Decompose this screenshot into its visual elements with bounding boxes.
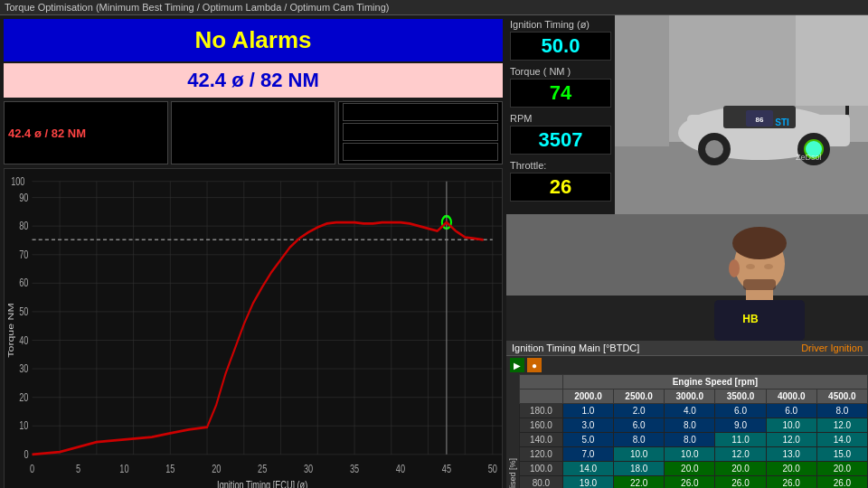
value-cell[interactable]: 22.0: [614, 476, 665, 489]
value-cell[interactable]: 8.0: [665, 433, 715, 447]
svg-text:ZeDsol: ZeDsol: [796, 153, 822, 162]
throttle-block: Throttle: 26: [510, 160, 611, 202]
value-cell[interactable]: 6.0: [715, 404, 766, 418]
value-cell[interactable]: 11.0: [715, 433, 766, 447]
value-cell[interactable]: 14.0: [562, 462, 613, 476]
svg-rect-67: [615, 15, 669, 146]
value-cell[interactable]: 7.0: [562, 447, 613, 462]
value-cell[interactable]: 12.0: [715, 447, 766, 462]
svg-text:0: 0: [24, 448, 28, 461]
value-cell[interactable]: 6.0: [766, 404, 816, 418]
value-display: 42.4 ø / 82 NM: [4, 63, 503, 98]
ignition-table: Engine Speed [rpm] 2000.02500.03000.0350…: [519, 374, 868, 488]
torque-value: 74: [510, 79, 611, 108]
inner-box-3: [343, 143, 498, 161]
data-box-right: [338, 101, 503, 164]
value-cell[interactable]: 12.0: [816, 418, 867, 433]
svg-rect-70: [506, 296, 868, 341]
ignition-label: Ignition Timing (ø): [510, 19, 611, 30]
value-cell[interactable]: 8.0: [614, 433, 665, 447]
svg-text:10: 10: [119, 463, 128, 475]
svg-text:45: 45: [442, 463, 451, 475]
torque-chart: 0 10 20 30 40 50 60 70 80 90 100 0 5 10 …: [5, 169, 502, 488]
table-row: 80.019.022.026.026.026.026.0: [520, 476, 868, 489]
svg-text:0: 0: [30, 463, 34, 475]
value-cell[interactable]: 18.0: [614, 462, 665, 476]
title-text: Torque Optimisation (Minimum Best Timing…: [5, 2, 389, 13]
svg-text:30: 30: [19, 362, 28, 375]
svg-text:50: 50: [488, 463, 497, 475]
driver-cam-svg: HB: [506, 214, 868, 341]
table-row: 100.014.018.020.020.020.020.0: [520, 462, 868, 476]
value-cell[interactable]: 13.0: [766, 447, 816, 462]
rpm-value: 3507: [510, 126, 611, 155]
value-cell[interactable]: 2.0: [614, 404, 665, 418]
col-header-4500.0: 4500.0: [816, 389, 867, 404]
engine-speed-header: Engine Speed [rpm]: [562, 375, 867, 389]
value-cell[interactable]: 20.0: [766, 462, 816, 476]
value-cell[interactable]: 4.0: [665, 404, 715, 418]
svg-text:80: 80: [19, 220, 28, 232]
value-cell[interactable]: 1.0: [562, 404, 613, 418]
value-cell[interactable]: 10.0: [766, 418, 816, 433]
value-cell[interactable]: 6.0: [614, 418, 665, 433]
value-cell[interactable]: 12.0: [766, 433, 816, 447]
value-cell[interactable]: 26.0: [715, 476, 766, 489]
svg-text:Torque NM: Torque NM: [6, 303, 15, 357]
record-button[interactable]: ●: [527, 358, 542, 372]
value-cell[interactable]: 15.0: [816, 447, 867, 462]
engine-load-label: Engine Load Normalised [%]: [506, 374, 519, 488]
metrics-column: Ignition Timing (ø) 50.0 Torque ( NM ) 7…: [506, 15, 615, 214]
value-cell[interactable]: 26.0: [665, 476, 715, 489]
svg-text:10: 10: [19, 419, 28, 432]
value-cell[interactable]: 8.0: [665, 418, 715, 433]
table-body: 180.01.02.04.06.06.08.0160.03.06.08.09.0…: [520, 404, 868, 489]
svg-text:86: 86: [756, 116, 764, 124]
right-panel: Ignition Timing (ø) 50.0 Torque ( NM ) 7…: [506, 15, 868, 488]
table-row: 160.03.06.08.09.010.012.0: [520, 418, 868, 433]
table-row: 120.07.010.010.012.013.015.0: [520, 447, 868, 462]
value-cell[interactable]: 3.0: [562, 418, 613, 433]
col-header-2000.0: 2000.0: [562, 389, 613, 404]
main-layout: No Alarms 42.4 ø / 82 NM 42.4 ø / 82 NM: [0, 15, 868, 488]
svg-text:5: 5: [76, 463, 80, 475]
value-cell[interactable]: 8.0: [816, 404, 867, 418]
svg-text:70: 70: [19, 249, 28, 261]
inner-box-1: [343, 103, 498, 121]
svg-point-79: [764, 264, 773, 269]
ignition-value: 50.0: [510, 32, 611, 61]
value-cell[interactable]: 14.0: [816, 433, 867, 447]
ignition-timing-block: Ignition Timing (ø) 50.0: [510, 19, 611, 61]
value-cell[interactable]: 10.0: [665, 447, 715, 462]
play-button[interactable]: ▶: [510, 358, 524, 372]
svg-text:STI: STI: [775, 117, 789, 127]
svg-point-77: [732, 227, 787, 259]
value-cell[interactable]: 5.0: [562, 433, 613, 447]
col-header-3500.0: 3500.0: [715, 389, 766, 404]
value-cell[interactable]: 20.0: [665, 462, 715, 476]
value-cell[interactable]: 9.0: [715, 418, 766, 433]
data-box-value: 42.4 ø / 82 NM: [8, 127, 86, 140]
table-wrapper: Engine Load Normalised [%] Engine Speed …: [506, 374, 868, 488]
value-cell[interactable]: 26.0: [816, 476, 867, 489]
value-cell[interactable]: 20.0: [715, 462, 766, 476]
table-header-bar: Ignition Timing Main [°BTDC] Driver Igni…: [506, 341, 868, 356]
svg-text:50: 50: [19, 305, 28, 318]
load-col-header: [520, 389, 563, 404]
svg-text:35: 35: [350, 463, 359, 475]
svg-text:100: 100: [11, 174, 24, 187]
throttle-label: Throttle:: [510, 160, 611, 171]
top-right: Ignition Timing (ø) 50.0 Torque ( NM ) 7…: [506, 15, 868, 214]
chart-area: 0 10 20 30 40 50 60 70 80 90 100 0 5 10 …: [4, 168, 503, 488]
data-box-left: 42.4 ø / 82 NM: [4, 101, 168, 164]
value-cell[interactable]: 26.0: [766, 476, 816, 489]
svg-text:20: 20: [19, 390, 28, 403]
svg-text:Ignition Timing [ECU] (ø): Ignition Timing [ECU] (ø): [217, 479, 307, 488]
table-controls: ▶ ●: [506, 356, 868, 374]
value-cell[interactable]: 20.0: [816, 462, 867, 476]
table-subtitle: Driver Ignition: [801, 343, 863, 353]
torque-block: Torque ( NM ) 74: [510, 66, 611, 108]
value-cell[interactable]: 10.0: [614, 447, 665, 462]
col-header-4000.0: 4000.0: [766, 389, 816, 404]
value-cell[interactable]: 19.0: [562, 476, 613, 489]
